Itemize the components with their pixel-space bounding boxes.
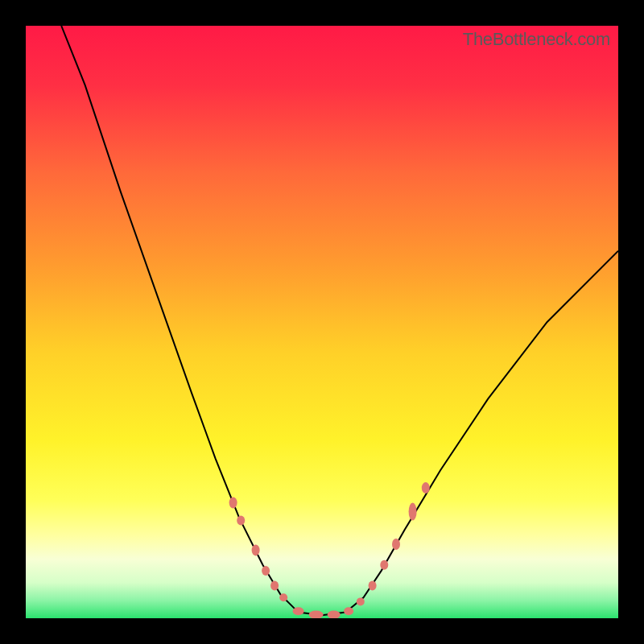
plot-area: TheBottleneck.com <box>26 26 618 618</box>
curve-marker <box>252 544 260 555</box>
curve-marker <box>262 566 270 576</box>
curve-marker <box>293 607 304 615</box>
curve-marker <box>357 597 365 605</box>
chart-frame: TheBottleneck.com <box>0 0 644 644</box>
curve-marker <box>369 581 377 591</box>
curve-marker <box>270 581 279 591</box>
curve-marker <box>309 611 324 618</box>
curve-marker <box>380 560 388 570</box>
curve-marker <box>328 611 341 618</box>
curve-marker <box>229 497 237 509</box>
curve-marker <box>409 503 417 521</box>
curve-marker <box>237 516 245 526</box>
curve-marker <box>392 539 400 550</box>
curve-marker <box>344 607 353 615</box>
curve-marker <box>279 593 287 601</box>
bottleneck-curve <box>26 26 618 618</box>
curve-marker <box>422 482 430 493</box>
